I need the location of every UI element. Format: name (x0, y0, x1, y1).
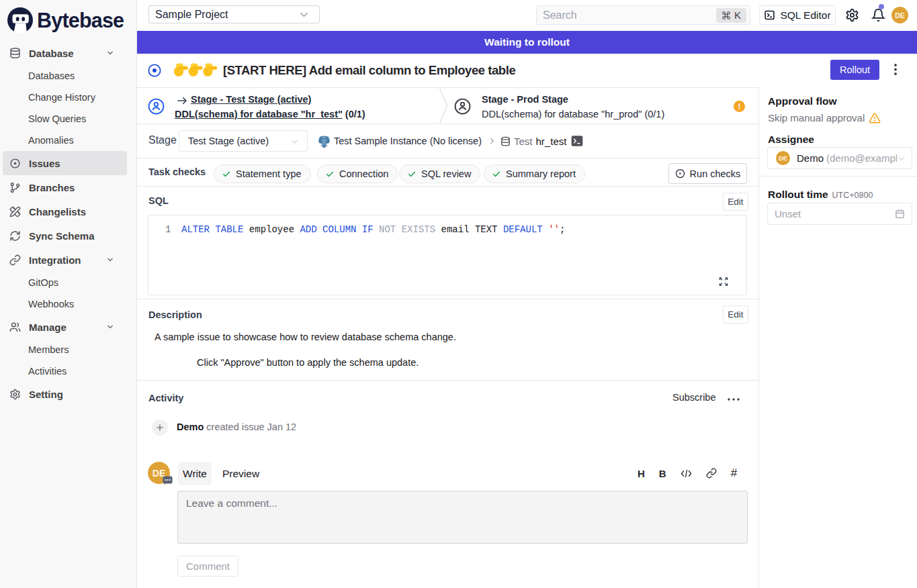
svg-text:Bytebase: Bytebase (37, 9, 124, 32)
